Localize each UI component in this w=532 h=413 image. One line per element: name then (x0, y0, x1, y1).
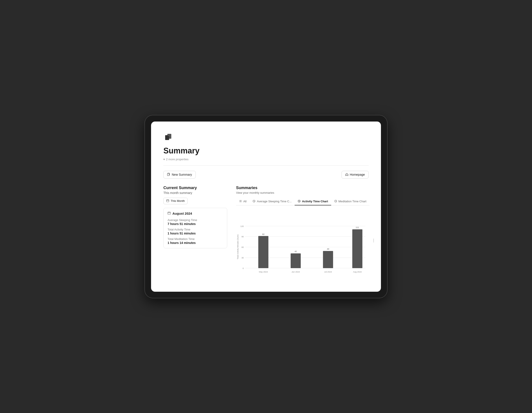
metric-activity-value: 1 hours 51 minutes (168, 232, 223, 235)
more-properties-toggle[interactable]: ▾ 2 more properties (163, 158, 369, 161)
clock-icon-sleeping (253, 200, 256, 203)
svg-text:42: 42 (295, 250, 297, 253)
svg-text:Aug 2024: Aug 2024 (353, 271, 361, 273)
card-calendar-icon (168, 212, 171, 215)
svg-text:Jul 2024: Jul 2024 (324, 271, 332, 273)
svg-text:49: 49 (327, 248, 329, 250)
chevron-down-icon: ▾ (163, 158, 165, 161)
metric-meditation-value: 1 hours 14 minutes (168, 241, 223, 244)
metric-sleeping-value: 7 hours 51 minutes (168, 222, 223, 226)
chart-tabs: All Average Sleeping Time C... (236, 198, 370, 205)
scroll-dot (373, 239, 374, 240)
metric-meditation-label: Total Meditation Time (168, 237, 223, 241)
list-icon (239, 200, 242, 203)
app-logo (163, 132, 369, 143)
svg-text:0: 0 (243, 267, 244, 269)
calendar-icon (166, 199, 169, 203)
summary-card: August 2024 Average Sleeping Time 7 hour… (163, 208, 227, 248)
metric-sleeping-label: Average Sleeping Time (168, 218, 223, 222)
svg-text:60: 60 (242, 246, 244, 248)
main-content: Current Summary This month summary This … (163, 186, 369, 281)
home-icon (345, 173, 348, 177)
tab-activity[interactable]: Activity Time Chart (295, 198, 331, 205)
header-divider (163, 165, 369, 166)
page-title: Summary (163, 146, 369, 155)
new-summary-button[interactable]: New Summary (163, 171, 196, 178)
tab-meditation[interactable]: Meditation Time Chart (331, 198, 370, 205)
svg-rect-36 (352, 229, 362, 268)
scroll-dot (373, 242, 374, 242)
this-month-filter[interactable]: This Month (163, 198, 188, 204)
device-frame: Summary ▾ 2 more properties New Summary (145, 115, 387, 298)
svg-text:Jun 2024: Jun 2024 (292, 271, 300, 273)
tab-sleeping[interactable]: Average Sleeping Time C... (249, 198, 295, 205)
scroll-indicator (373, 239, 374, 242)
svg-text:111: 111 (356, 226, 359, 228)
svg-rect-30 (291, 253, 301, 268)
toolbar: New Summary Homepage (163, 171, 369, 178)
svg-rect-33 (323, 251, 333, 268)
svg-rect-27 (258, 236, 268, 268)
svg-text:120: 120 (240, 225, 244, 227)
card-month-header: August 2024 (168, 212, 223, 215)
svg-rect-4 (167, 173, 169, 176)
clock-icon-activity (298, 200, 301, 203)
current-summary-subtitle: This month summary (163, 191, 227, 195)
app-window: Summary ▾ 2 more properties New Summary (151, 122, 381, 292)
svg-point-12 (239, 202, 240, 202)
right-panel: Summaries View your monthly summaries (236, 186, 370, 281)
svg-text:Total Activity Minutes (Sum): Total Activity Minutes (Sum) (237, 235, 239, 259)
svg-rect-6 (168, 212, 171, 215)
scroll-dot (373, 240, 374, 241)
homepage-button[interactable]: Homepage (342, 171, 369, 178)
metric-activity-label: Total Activity Time (168, 228, 223, 231)
svg-text:92: 92 (262, 233, 265, 235)
svg-text:May 2024: May 2024 (259, 271, 268, 273)
summaries-title: Summaries (236, 186, 370, 190)
svg-rect-5 (166, 200, 169, 202)
tab-all[interactable]: All (236, 198, 249, 205)
svg-point-11 (239, 201, 240, 201)
activity-chart: Total Activity Minutes (Sum) 0 30 60 90 … (236, 211, 370, 281)
clock-icon-meditation (334, 200, 337, 203)
svg-text:90: 90 (242, 235, 244, 238)
summaries-subtitle: View your monthly summaries (236, 191, 370, 194)
svg-point-10 (239, 200, 240, 201)
svg-text:30: 30 (242, 256, 244, 259)
left-panel: Current Summary This month summary This … (163, 186, 227, 248)
new-summary-icon (167, 173, 170, 177)
current-summary-title: Current Summary (163, 186, 227, 190)
